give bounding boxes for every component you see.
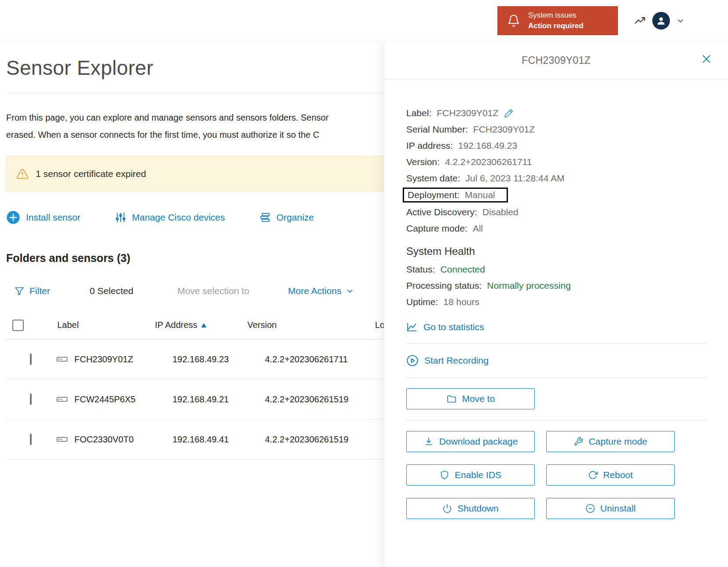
detail-capture-mode: Capture mode: All bbox=[406, 220, 706, 236]
row-checkbox[interactable] bbox=[30, 434, 32, 445]
sensor-detail-panel: FCH2309Y01Z Label: FCH2309Y01Z Serial Nu… bbox=[384, 42, 728, 567]
organize-label: Organize bbox=[276, 212, 314, 223]
uninstall-button[interactable]: Uninstall bbox=[546, 498, 675, 519]
detail-serial: Serial Number: FCH2309Y01Z bbox=[406, 121, 706, 137]
row-checkbox[interactable] bbox=[30, 353, 32, 365]
go-to-statistics-label: Go to statistics bbox=[423, 322, 484, 332]
move-to-label: Move to bbox=[462, 394, 495, 404]
panel-action-buttons: Download package Capture mode Enable IDS bbox=[406, 431, 706, 519]
deployment-annotation-box: Deployment: Manual bbox=[403, 188, 508, 202]
health-status: Status: Connected bbox=[406, 261, 706, 277]
column-header-ip[interactable]: IP Address bbox=[149, 320, 241, 330]
statistics-chart-icon bbox=[406, 321, 418, 333]
manage-cisco-devices-button[interactable]: Manage Cisco devices bbox=[115, 212, 225, 223]
start-recording-link[interactable]: Start Recording bbox=[406, 354, 706, 367]
health-processing: Processing status: Normally processing bbox=[406, 277, 706, 294]
top-right-icons bbox=[634, 11, 685, 30]
column-header-version[interactable]: Version bbox=[241, 320, 369, 330]
detail-active-discovery: Active Discovery: Disabled bbox=[406, 204, 706, 220]
plus-circle-icon bbox=[6, 210, 20, 225]
bell-icon bbox=[507, 14, 520, 27]
sensor-label: FCH2309Y01Z bbox=[74, 354, 133, 364]
shield-icon bbox=[440, 470, 449, 480]
panel-header: FCH2309Y01Z bbox=[384, 42, 728, 79]
action-required-label: Action required bbox=[528, 22, 584, 30]
sensor-ip: 192.168.49.41 bbox=[149, 434, 241, 445]
enable-ids-button[interactable]: Enable IDS bbox=[406, 464, 535, 486]
reboot-button[interactable]: Reboot bbox=[546, 464, 675, 486]
sensor-label: FOC2330V0T0 bbox=[74, 434, 134, 445]
more-actions-label: More Actions bbox=[288, 286, 341, 296]
certificate-warning-text: 1 sensor certificate expired bbox=[36, 169, 146, 179]
selected-count: 0 Selected bbox=[90, 286, 133, 296]
wrench-icon bbox=[574, 437, 583, 446]
shutdown-label: Shutdown bbox=[457, 503, 498, 514]
filter-label: Filter bbox=[29, 286, 50, 296]
install-sensor-button[interactable]: Install sensor bbox=[6, 210, 81, 225]
sensor-label: FCW2445P6X5 bbox=[74, 394, 136, 405]
install-sensor-label: Install sensor bbox=[26, 212, 81, 223]
start-recording-label: Start Recording bbox=[424, 355, 489, 366]
detail-system-date: System date: Jul 6, 2023 11:28:44 AM bbox=[406, 170, 706, 186]
divider bbox=[406, 377, 706, 378]
minus-circle-icon bbox=[585, 504, 595, 513]
chevron-down-icon bbox=[346, 287, 354, 295]
download-package-button[interactable]: Download package bbox=[406, 431, 535, 452]
system-health-heading: System Health bbox=[406, 245, 706, 258]
layers-icon bbox=[259, 212, 271, 223]
detail-deployment-key: Deployment: bbox=[408, 190, 460, 200]
go-to-statistics-link[interactable]: Go to statistics bbox=[406, 321, 706, 333]
shutdown-button[interactable]: Shutdown bbox=[406, 498, 535, 519]
organize-button[interactable]: Organize bbox=[259, 212, 314, 223]
sensor-version: 4.2.2+202306261711 bbox=[241, 354, 369, 364]
power-icon bbox=[442, 504, 452, 513]
sensor-device-icon bbox=[56, 355, 68, 363]
sensor-ip: 192.168.49.23 bbox=[149, 354, 241, 364]
sensor-version: 4.2.2+202306261519 bbox=[241, 394, 369, 405]
health-uptime: Uptime: 18 hours bbox=[406, 294, 706, 310]
select-all-checkbox[interactable] bbox=[12, 320, 24, 331]
avatar[interactable] bbox=[652, 12, 670, 29]
sliders-icon bbox=[115, 212, 126, 223]
detail-ip: IP address: 192.168.49.23 bbox=[406, 137, 706, 154]
move-selection-button[interactable]: Move selection to bbox=[177, 286, 249, 296]
trend-chart-icon[interactable] bbox=[634, 15, 646, 27]
panel-body: Label: FCH2309Y01Z Serial Number: FCH230… bbox=[384, 79, 728, 519]
column-header-label[interactable]: Label bbox=[51, 320, 149, 330]
enable-ids-label: Enable IDS bbox=[455, 470, 501, 480]
close-icon[interactable] bbox=[701, 53, 712, 65]
download-package-label: Download package bbox=[439, 436, 518, 447]
sensor-ip: 192.168.49.21 bbox=[149, 394, 241, 405]
panel-title: FCH2309Y01Z bbox=[522, 55, 591, 66]
top-bar: System issues Action required bbox=[0, 0, 728, 42]
detail-label: Label: FCH2309Y01Z bbox=[406, 105, 706, 121]
uninstall-label: Uninstall bbox=[600, 503, 636, 514]
detail-version: Version: 4.2.2+202306261711 bbox=[406, 154, 706, 170]
filter-button[interactable]: Filter bbox=[14, 286, 50, 296]
more-actions-button[interactable]: More Actions bbox=[288, 286, 354, 296]
download-icon bbox=[423, 436, 434, 447]
capture-mode-label: Capture mode bbox=[588, 436, 647, 447]
manage-cisco-devices-label: Manage Cisco devices bbox=[132, 212, 225, 223]
divider bbox=[406, 420, 706, 420]
refresh-icon bbox=[588, 470, 598, 480]
folder-icon bbox=[446, 394, 457, 404]
sensor-device-icon bbox=[56, 435, 68, 443]
chevron-down-icon[interactable] bbox=[676, 16, 685, 25]
reboot-label: Reboot bbox=[603, 470, 633, 480]
system-issues-label: System issues bbox=[528, 11, 584, 20]
divider bbox=[406, 343, 706, 344]
detail-deployment-value: Manual bbox=[465, 190, 495, 200]
warning-triangle-icon bbox=[16, 168, 29, 180]
system-issues-button[interactable]: System issues Action required bbox=[497, 6, 618, 35]
funnel-icon bbox=[14, 286, 25, 296]
capture-mode-button[interactable]: Capture mode bbox=[546, 431, 675, 452]
edit-pencil-icon[interactable] bbox=[504, 108, 514, 118]
row-checkbox[interactable] bbox=[30, 394, 32, 405]
sort-ascending-icon bbox=[201, 323, 207, 328]
sensor-device-icon bbox=[56, 395, 68, 403]
record-icon bbox=[406, 354, 419, 367]
sensor-version: 4.2.2+202306261519 bbox=[241, 434, 369, 445]
move-to-button[interactable]: Move to bbox=[406, 388, 535, 409]
